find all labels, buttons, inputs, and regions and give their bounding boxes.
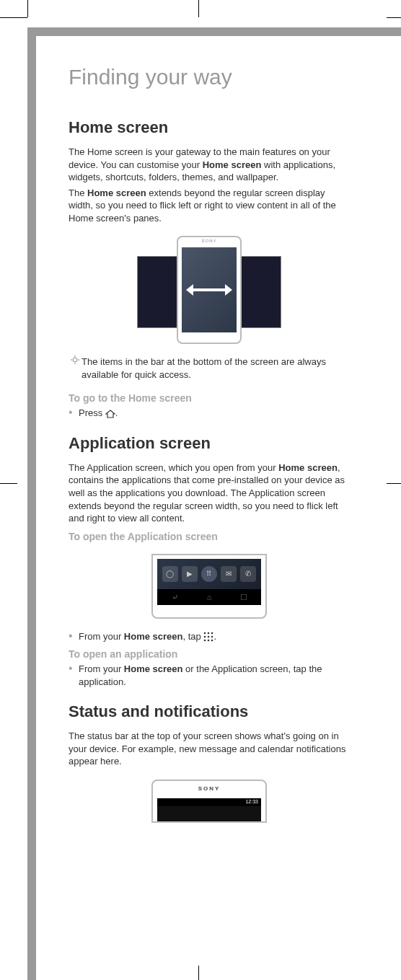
dock-messaging-icon: ✉ (221, 566, 237, 582)
bullet-open-app: • From your Home screen or the Applicati… (69, 663, 350, 688)
section-application-screen: Application screen The Application scree… (69, 434, 350, 688)
svg-point-11 (204, 640, 206, 642)
sys-recent-icon: ☐ (239, 593, 249, 601)
sys-home-icon: ⌂ (204, 593, 214, 601)
tip-lightbulb-icon (69, 356, 81, 368)
dock-chrome-icon: ◯ (162, 566, 178, 582)
section-home-screen: Home screen The Home screen is your gate… (69, 118, 350, 420)
phone-brand-label: SONY (178, 237, 240, 244)
swipe-arrows-icon (188, 283, 231, 297)
image-status-bar: SONY 12:33 (69, 780, 350, 823)
apps-grid-icon (203, 632, 213, 642)
para-home-2: The Home screen extends beyond the regul… (69, 187, 350, 225)
svg-point-8 (204, 636, 206, 638)
sys-back-icon: ⤶ (169, 593, 180, 601)
subheading-goto-home: To go to the Home screen (69, 392, 350, 404)
svg-point-12 (208, 640, 210, 642)
home-icon (105, 410, 115, 418)
svg-point-6 (208, 632, 210, 635)
section-status-notifications: Status and notifications The status bar … (69, 702, 350, 823)
heading-status: Status and notifications (69, 702, 350, 721)
para-status-1: The status bar at the top of your screen… (69, 730, 350, 768)
heading-home-screen: Home screen (69, 118, 350, 137)
heading-application-screen: Application screen (69, 434, 350, 453)
tip-text: The items in the bar at the bottom of th… (81, 356, 350, 381)
svg-point-9 (208, 636, 210, 638)
svg-point-0 (73, 358, 77, 362)
para-home-1: The Home screen is your gateway to the m… (69, 146, 350, 184)
bullet-tap-apps: • From your Home screen, tap . (69, 630, 350, 643)
page-content: Finding your way Home screen The Home sc… (69, 65, 350, 837)
dock-apps-icon: ⠿ (201, 566, 217, 582)
phone-brand-label: SONY (153, 781, 265, 796)
dock-phone-icon: ✆ (240, 566, 256, 582)
status-time: 12:33 (245, 799, 258, 804)
dock-media-icon: ▶ (182, 566, 198, 582)
bullet-press-home: • Press . (69, 407, 350, 420)
subheading-open-app: To open an application (69, 648, 350, 660)
page-title: Finding your way (69, 65, 350, 89)
image-home-swipe: SONY (69, 236, 350, 344)
svg-point-5 (204, 632, 206, 635)
subheading-open-app-screen: To open the Application screen (69, 531, 350, 542)
image-navbar: ◯ ▶ ⠿ ✉ ✆ ⤶ ⌂ ☐ (69, 554, 350, 619)
tip-row: The items in the bar at the bottom of th… (69, 356, 350, 381)
para-app-1: The Application screen, which you open f… (69, 462, 350, 525)
